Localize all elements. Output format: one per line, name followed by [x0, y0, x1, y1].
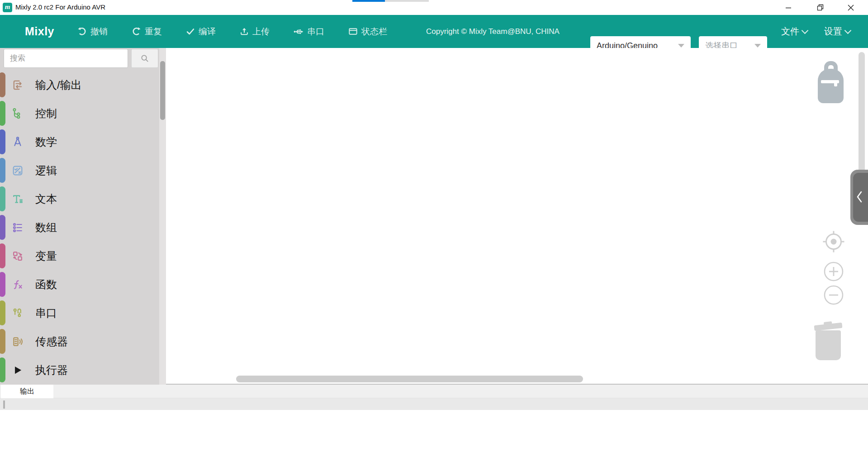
- sidebar-item[interactable]: 串口: [0, 299, 159, 327]
- search-row: [0, 48, 166, 71]
- backpack-icon[interactable]: [818, 61, 844, 103]
- window-titlebar: m Mixly 2.0 rc2 For Arduino AVR: [0, 0, 868, 15]
- sidebar-item-label: 串口: [35, 306, 57, 320]
- zoom-out-icon[interactable]: [823, 285, 844, 307]
- chevron-down-icon: [844, 27, 852, 34]
- toolbar-button-label: 编译: [199, 26, 216, 38]
- category-color-bar: [0, 329, 5, 354]
- control-icon: [11, 107, 24, 120]
- tab-output[interactable]: 输出: [1, 385, 53, 398]
- category-color-bar: [0, 215, 5, 240]
- sidebar-item[interactable]: 逻辑: [0, 156, 159, 185]
- variable-icon: [11, 249, 24, 263]
- category-color-bar: [0, 357, 5, 382]
- file-menu[interactable]: 文件: [781, 15, 807, 48]
- toolbar-button-compile[interactable]: 编译: [185, 26, 216, 38]
- math-icon: [11, 135, 24, 149]
- compile-icon: [185, 27, 195, 37]
- toolbar-button-label: 串口: [307, 26, 324, 38]
- text-icon: [11, 192, 24, 206]
- close-icon[interactable]: [840, 0, 861, 15]
- blockly-workspace-canvas[interactable]: [166, 48, 868, 385]
- window-title: Mixly 2.0 rc2 For Arduino AVR: [15, 3, 105, 11]
- copyright-text: Copyright © Mixly Team@BNU, CHINA: [426, 15, 560, 48]
- sidebar-item[interactable]: 输入/输出: [0, 71, 159, 99]
- sidebar-category-list: 输入/输出控制数学逻辑文本数组变量函数串口传感器执行器: [0, 71, 159, 384]
- toolbar-button-redo[interactable]: 重复: [131, 26, 162, 38]
- sidebar-scrollbar-thumb[interactable]: [160, 61, 165, 120]
- titlebar-indicator-blue: [352, 0, 385, 2]
- canvas-horizontal-scrollbar[interactable]: [236, 376, 583, 382]
- output-tabbar: 输出: [0, 385, 868, 398]
- sidebar-item[interactable]: 传感器: [0, 327, 159, 356]
- zoom-in-icon[interactable]: [823, 261, 844, 284]
- sidebar-item-label: 输入/输出: [35, 78, 82, 92]
- sidebar-item-label: 传感器: [35, 334, 68, 349]
- output-console[interactable]: [0, 410, 868, 467]
- settings-menu[interactable]: 设置: [824, 15, 850, 48]
- sidebar-item-label: 变量: [35, 249, 57, 263]
- sidebar-item[interactable]: 控制: [0, 99, 159, 128]
- zoom-reset-icon[interactable]: [822, 230, 845, 255]
- sidebar-item[interactable]: 函数: [0, 270, 159, 299]
- toolbar-button-label: 状态栏: [361, 26, 387, 38]
- search-input[interactable]: [4, 49, 128, 68]
- category-color-bar: [0, 186, 5, 211]
- usb-serial-icon: [293, 26, 304, 37]
- chevron-down-icon: [754, 44, 761, 48]
- function-icon: [11, 278, 24, 291]
- sidebar-item[interactable]: 变量: [0, 242, 159, 270]
- sidebar-item-label: 数学: [35, 135, 57, 149]
- sidebar-item[interactable]: 数组: [0, 213, 159, 242]
- main-toolbar: Mixly 撤销重复编译上传串口状态栏 Copyright © Mixly Te…: [0, 15, 868, 48]
- sidebar-item-label: 控制: [35, 106, 57, 121]
- redo-icon: [131, 26, 142, 37]
- trash-icon[interactable]: [814, 321, 843, 363]
- io-icon: [11, 78, 24, 92]
- toolbar-button-label: 上传: [252, 26, 270, 38]
- blocks-toolbox-sidebar: 输入/输出控制数学逻辑文本数组变量函数串口传感器执行器: [0, 48, 166, 385]
- toolbar-button-statusbar[interactable]: 状态栏: [348, 26, 387, 38]
- array-icon: [11, 221, 24, 234]
- restore-button[interactable]: [810, 0, 830, 15]
- logic-icon: [11, 164, 24, 177]
- sidebar-item[interactable]: 文本: [0, 185, 159, 213]
- category-color-bar: [0, 72, 5, 97]
- mixly-brand-logo: Mixly: [25, 15, 54, 48]
- chevron-down-icon: [678, 44, 684, 48]
- sidebar-item[interactable]: 执行器: [0, 356, 159, 384]
- category-color-bar: [0, 300, 5, 325]
- sidebar-item-label: 函数: [35, 277, 57, 292]
- main-area: 输入/输出控制数学逻辑文本数组变量函数串口传感器执行器: [0, 48, 868, 385]
- sensor-icon: [11, 335, 24, 348]
- upload-icon: [239, 27, 249, 37]
- toolbar-button-undo[interactable]: 撤销: [77, 26, 108, 38]
- toolbar-button-upload[interactable]: 上传: [239, 26, 270, 38]
- category-color-bar: [0, 272, 5, 297]
- sidebar-scrollbar-track: [159, 48, 166, 385]
- console-scrollbar-strip: [0, 398, 868, 410]
- minimize-button[interactable]: [778, 0, 799, 15]
- toolbar-buttons: 撤销重复编译上传串口状态栏: [77, 15, 387, 48]
- search-button[interactable]: [131, 49, 158, 68]
- sidebar-item-label: 文本: [35, 192, 57, 206]
- titlebar-indicator-gray: [385, 0, 429, 2]
- category-color-bar: [0, 101, 5, 126]
- search-icon: [140, 54, 149, 63]
- toolbar-button-label: 撤销: [90, 26, 108, 38]
- actuator-icon: [11, 363, 24, 377]
- category-color-bar: [0, 129, 5, 154]
- app-logo-icon: m: [3, 3, 12, 12]
- collapse-handle-icon[interactable]: [850, 170, 868, 225]
- category-color-bar: [0, 243, 5, 268]
- console-scrollbar-thumb[interactable]: [3, 400, 5, 409]
- chevron-left-icon: [856, 191, 863, 203]
- sidebar-item-label: 逻辑: [35, 163, 57, 178]
- serial-pins-icon: [11, 306, 24, 320]
- sidebar-item-label: 数组: [35, 220, 57, 235]
- category-color-bar: [0, 158, 5, 183]
- statusbar-icon: [348, 26, 358, 37]
- sidebar-item[interactable]: 数学: [0, 128, 159, 156]
- sidebar-item-label: 执行器: [35, 363, 68, 377]
- toolbar-button-usb-serial[interactable]: 串口: [293, 26, 324, 38]
